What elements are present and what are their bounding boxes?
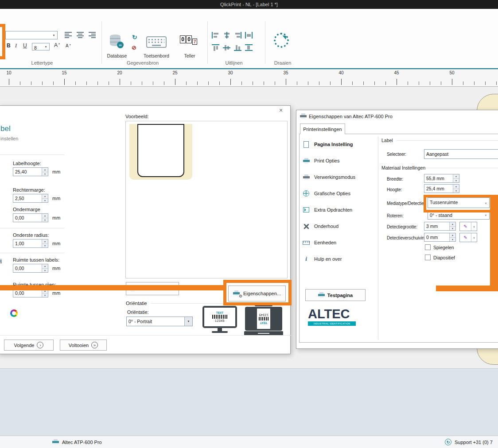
spin-up-icon[interactable]: ▲ [450, 222, 455, 227]
group-label-uitlijnen: Uitlijnen [212, 60, 256, 66]
finish-button[interactable]: Voltooien » [60, 340, 107, 351]
shrink-font-button[interactable]: A▼ [66, 43, 71, 48]
text-align-right-icon[interactable] [89, 32, 96, 38]
altec-logo: ALTEC [308, 308, 350, 321]
distribute-vertical-icon[interactable] [245, 44, 253, 51]
database-button[interactable]: Database [105, 53, 129, 58]
print-test-button[interactable]: Afdrukken testen [126, 282, 179, 295]
detectieverschuiving-edit-button[interactable]: ✎ ∨ [459, 233, 477, 242]
font-size-combobox[interactable]: 8 ▼ [32, 43, 50, 50]
nav-item-pagina-instelling[interactable]: Pagina Instelling [303, 140, 353, 149]
field-label: Onderste radius: [13, 232, 115, 238]
text-align-left-icon[interactable] [65, 32, 72, 38]
chevron-down-icon[interactable]: ∨ [482, 211, 489, 219]
align-top-edges-icon[interactable] [212, 44, 219, 51]
spin-up-icon[interactable]: ▲ [42, 194, 48, 199]
rotate-icon[interactable] [274, 33, 289, 48]
font-family-value [6, 31, 51, 39]
ruler-tick [474, 81, 475, 85]
detectieverschuiving-spinner[interactable]: 0 mm ▲▼ [424, 233, 456, 242]
align-center-vertical-icon[interactable] [223, 32, 230, 39]
grow-font-button[interactable]: A▲ [54, 42, 60, 48]
refresh-datasource-icon[interactable]: ↻ [132, 34, 137, 41]
spin-down-icon[interactable]: ▼ [42, 172, 48, 176]
align-right-edges-icon[interactable] [234, 32, 241, 39]
hoogte-spinner[interactable]: 25,4 mm ▲▼ [424, 184, 459, 193]
printer-gear-icon [303, 174, 310, 181]
spin-down-icon[interactable]: ▼ [42, 199, 48, 203]
ondermarge-spinner[interactable]: 0,00 ▲▼ [13, 213, 48, 222]
counter-icon[interactable]: 0 0 7 [180, 35, 197, 45]
spin-down-icon[interactable]: ▼ [453, 189, 459, 193]
align-left-edges-icon[interactable] [212, 32, 219, 39]
support-text: Support +31 (0) 7 [455, 440, 493, 445]
chevron-down-icon[interactable]: ∨ [471, 222, 477, 231]
chevron-down-icon[interactable]: ∨ [471, 233, 477, 242]
tab-printerinstellingen[interactable]: Printerinstellingen [300, 124, 345, 134]
spin-down-icon[interactable]: ▼ [453, 179, 459, 183]
spiegelen-checkbox[interactable] [425, 244, 431, 250]
keyboard-icon[interactable] [146, 36, 167, 48]
rechtermarge-spinner[interactable]: 2,50 ▲▼ [13, 194, 48, 203]
chevron-down-icon[interactable]: ▼ [43, 43, 49, 50]
orientation-group-label: Oriëntatie [126, 301, 147, 306]
nav-item-extra-opdrachten[interactable]: Extra Opdrachten [303, 205, 352, 214]
spin-down-icon[interactable]: ▼ [42, 294, 48, 297]
nav-item-hulp-en-over[interactable]: i Hulp en over [303, 255, 342, 263]
nav-item-verwerkingsmodus[interactable]: Verwerkingsmodus [303, 173, 355, 182]
spin-up-icon[interactable]: ▲ [453, 185, 459, 189]
spin-down-icon[interactable]: ▼ [450, 238, 455, 242]
diapositief-checkbox[interactable] [425, 255, 431, 260]
align-middle-horizontal-icon[interactable] [223, 44, 230, 51]
label-select-combobox[interactable]: Aangepast [424, 149, 498, 159]
detectiegrootte-edit-button[interactable]: ✎ ∨ [459, 222, 477, 231]
spin-up-icon[interactable]: ▲ [450, 233, 455, 238]
unlink-datasource-icon[interactable]: ⊘ [132, 44, 136, 51]
spin-up-icon[interactable]: ▲ [453, 174, 459, 179]
test-page-button[interactable]: Testpagina [305, 289, 366, 301]
roteren-combobox[interactable]: 0° - staand ∨ [428, 210, 490, 220]
underline-button[interactable]: U [23, 42, 27, 49]
spin-down-icon[interactable]: ▼ [42, 244, 48, 248]
spin-up-icon[interactable]: ▲ [42, 264, 48, 269]
field-onderste-radius: Onderste radius: 1,00 ▲▼ mm [13, 232, 115, 248]
field-label: Ruimte tussen rijen: [13, 282, 115, 287]
keyboard-button[interactable]: Toetsenbord [142, 53, 171, 58]
next-button[interactable]: Volgende › [4, 340, 54, 351]
spinner-value: 0,00 [13, 264, 42, 272]
labelhoogte-spinner[interactable]: 25,40 ▲▼ [13, 167, 48, 176]
mediatype-combobox[interactable]: Tussenruimte ∨ [428, 197, 490, 208]
close-icon[interactable]: × [277, 107, 285, 114]
distribute-horizontal-icon[interactable] [245, 32, 253, 39]
spin-up-icon[interactable]: ▲ [42, 289, 48, 294]
ruimte-labels-spinner[interactable]: 0,00 ▲▼ [13, 264, 48, 273]
onderste-radius-spinner[interactable]: 1,00 ▲▼ [13, 239, 48, 248]
ruler-tick [441, 81, 441, 85]
align-bottom-edges-icon[interactable] [234, 44, 241, 51]
bold-button[interactable]: B [7, 42, 11, 49]
ruimte-rijen-spinner[interactable]: 0,00 ▲▼ [13, 289, 48, 297]
chevron-down-icon[interactable]: ∨ [482, 198, 489, 208]
spin-up-icon[interactable]: ▲ [42, 214, 48, 218]
chevron-down-icon[interactable]: ▼ [184, 317, 192, 326]
chevron-down-icon[interactable]: ▼ [51, 31, 57, 39]
detectiegrootte-spinner[interactable]: 3 mm ▲▼ [424, 222, 456, 231]
font-family-combobox[interactable]: ▼ [5, 31, 58, 39]
breedte-spinner[interactable]: 55,8 mm ▲▼ [424, 174, 459, 183]
spin-down-icon[interactable]: ▼ [42, 218, 48, 222]
nav-item-grafische-opties[interactable]: Grafische Opties [303, 189, 350, 198]
orientation-combobox[interactable]: 0° - Portrait ▼ [126, 317, 193, 326]
spin-down-icon[interactable]: ▼ [450, 227, 455, 231]
nav-item-eenheden[interactable]: Eenheden [303, 238, 336, 247]
spin-down-icon[interactable]: ▼ [42, 269, 48, 273]
text-align-center-icon[interactable] [77, 32, 84, 38]
spin-up-icon[interactable]: ▲ [42, 239, 48, 244]
counter-button[interactable]: Teller [179, 53, 200, 58]
ruler-number: 25 [172, 70, 177, 75]
properties-button[interactable]: ⚙ Eigenschappen... [228, 286, 286, 301]
spin-up-icon[interactable]: ▲ [42, 168, 48, 172]
ribbon: ▼ B I U 8 ▼ A▲ A▼ ∞ Database ↻ ⊘ Toetsen… [0, 9, 498, 69]
nav-item-print-opties[interactable]: Print Opties [303, 156, 339, 165]
italic-button[interactable]: I [15, 42, 17, 49]
nav-item-onderhoud[interactable]: Onderhoud [303, 222, 338, 231]
